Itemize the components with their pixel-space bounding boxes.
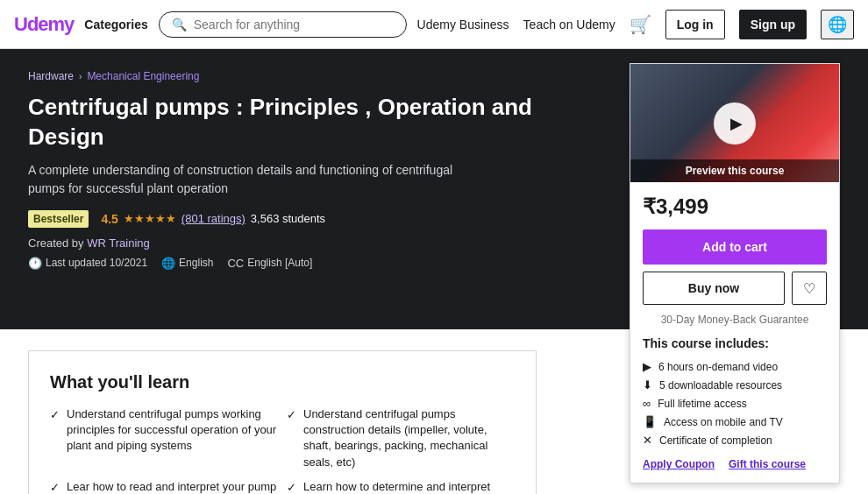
includes-item-0: 6 hours on-demand video bbox=[658, 361, 778, 373]
globe-icon: 🌐 bbox=[161, 257, 175, 270]
play-button[interactable]: ▶ bbox=[714, 102, 756, 145]
course-subtitle: A complete understanding of construction… bbox=[28, 161, 466, 198]
rating-number: 4.5 bbox=[101, 212, 117, 226]
preview-card: ▶ Preview this course ₹3,499 Add to cart… bbox=[630, 63, 840, 483]
buy-now-button[interactable]: Buy now bbox=[643, 272, 785, 305]
teach-on-udemy-link[interactable]: Teach on Udemy bbox=[523, 18, 615, 32]
includes-item-2: Full lifetime access bbox=[658, 398, 746, 410]
certificate-icon: ✕ bbox=[643, 434, 652, 447]
language-text: English bbox=[179, 257, 213, 269]
download-icon: ⬇ bbox=[643, 378, 652, 392]
list-item: ∞ Full lifetime access bbox=[643, 394, 827, 413]
apply-coupon-link[interactable]: Apply Coupon bbox=[643, 458, 715, 470]
course-price: ₹3,499 bbox=[643, 194, 827, 219]
language-globe-icon[interactable]: 🌐 bbox=[821, 10, 854, 39]
rating-row: Bestseller 4.5 ★★★★★ (801 ratings) 3,563… bbox=[28, 210, 537, 228]
card-action-links: Apply Coupon Gift this course bbox=[643, 458, 827, 470]
learn-item-text-5: Learn how to determine and interpret you… bbox=[303, 479, 515, 494]
breadcrumb-separator: › bbox=[79, 72, 82, 81]
play-icon: ▶ bbox=[730, 114, 743, 133]
learn-item: ✓ Learn how to determine and interpret y… bbox=[287, 479, 515, 494]
breadcrumb: Hardware › Mechanical Engineering bbox=[28, 70, 537, 82]
learn-item: ✓ Lear how to read and interpret your pu… bbox=[50, 479, 278, 494]
meta-row: 🕐 Last updated 10/2021 🌐 English CC Engl… bbox=[28, 257, 537, 270]
captions-meta: CC English [Auto] bbox=[227, 257, 312, 270]
check-icon: ✓ bbox=[287, 407, 296, 423]
includes-title: This course includes: bbox=[643, 336, 827, 350]
includes-item-3: Access on mobile and TV bbox=[664, 416, 783, 428]
includes-list: ▶ 6 hours on-demand video ⬇ 5 downloadab… bbox=[643, 357, 827, 449]
preview-label: Preview this course bbox=[630, 159, 839, 182]
video-icon: ▶ bbox=[643, 360, 651, 373]
captions-icon: CC bbox=[227, 257, 244, 270]
learn-item-text-0: Understand centrifugal pumps working pri… bbox=[67, 406, 278, 455]
buy-row: Buy now ♡ bbox=[643, 272, 827, 305]
hero-content: Hardware › Mechanical Engineering Centri… bbox=[28, 70, 537, 305]
cart-icon[interactable]: 🛒 bbox=[630, 14, 651, 35]
signup-button[interactable]: Sign up bbox=[739, 10, 807, 39]
breadcrumb-hardware[interactable]: Hardware bbox=[28, 70, 74, 82]
learn-item-text-1: Lear how to read and interpret your pump… bbox=[67, 479, 278, 494]
bestseller-badge: Bestseller bbox=[28, 210, 89, 228]
learn-grid: ✓ Understand centrifugal pumps working p… bbox=[50, 406, 515, 494]
add-to-cart-button[interactable]: Add to cart bbox=[643, 229, 827, 265]
check-icon: ✓ bbox=[287, 480, 296, 494]
hero-section: Hardware › Mechanical Engineering Centri… bbox=[0, 49, 868, 329]
includes-item-4: Certificate of completion bbox=[659, 434, 772, 447]
last-updated-text: Last updated 10/2021 bbox=[46, 257, 147, 269]
check-icon: ✓ bbox=[50, 480, 60, 494]
course-thumbnail[interactable]: ▶ Preview this course bbox=[630, 64, 839, 182]
categories-button[interactable]: Categories bbox=[84, 18, 147, 32]
captions-text: English [Auto] bbox=[247, 257, 312, 269]
gift-course-link[interactable]: Gift this course bbox=[729, 458, 806, 470]
student-count: 3,563 students bbox=[251, 212, 325, 225]
list-item: ✕ Certificate of completion bbox=[643, 431, 827, 449]
header: Udemy Categories 🔍 Udemy Business Teach … bbox=[0, 0, 868, 49]
course-title: Centrifugal pumps : Principles , Operati… bbox=[28, 93, 537, 152]
breadcrumb-mechanical-engineering[interactable]: Mechanical Engineering bbox=[87, 70, 199, 82]
created-by-label: Created by bbox=[28, 236, 84, 250]
wishlist-button[interactable]: ♡ bbox=[792, 272, 827, 305]
money-back-guarantee: 30-Day Money-Back Guarantee bbox=[643, 314, 827, 326]
star-rating: ★★★★★ bbox=[124, 212, 176, 225]
clock-icon: 🕐 bbox=[28, 257, 42, 270]
card-body: ₹3,499 Add to cart Buy now ♡ 30-Day Mone… bbox=[630, 182, 839, 483]
list-item: ⬇ 5 downloadable resources bbox=[643, 376, 827, 394]
instructor-link[interactable]: WR Training bbox=[87, 236, 150, 250]
includes-item-1: 5 downloadable resources bbox=[659, 379, 782, 392]
last-updated: 🕐 Last updated 10/2021 bbox=[28, 257, 147, 270]
rating-count[interactable]: (801 ratings) bbox=[181, 212, 245, 225]
search-icon: 🔍 bbox=[172, 18, 187, 32]
heart-icon: ♡ bbox=[803, 280, 815, 297]
learn-item: ✓ Understand centrifugal pumps construct… bbox=[287, 406, 515, 470]
search-input[interactable] bbox=[194, 18, 394, 32]
header-right: Udemy Business Teach on Udemy 🛒 Log in S… bbox=[417, 10, 854, 39]
language-meta: 🌐 English bbox=[161, 257, 213, 270]
udemy-business-link[interactable]: Udemy Business bbox=[417, 18, 509, 32]
check-icon: ✓ bbox=[50, 407, 60, 423]
list-item: ▶ 6 hours on-demand video bbox=[643, 357, 827, 376]
learn-item-text-4: Understand centrifugal pumps constructio… bbox=[303, 406, 515, 470]
learn-box: What you'll learn ✓ Understand centrifug… bbox=[28, 350, 537, 494]
udemy-logo: Udemy bbox=[14, 13, 74, 36]
infinity-icon: ∞ bbox=[643, 397, 651, 410]
login-button[interactable]: Log in bbox=[665, 10, 725, 39]
search-bar: 🔍 bbox=[159, 11, 407, 38]
learn-title: What you'll learn bbox=[50, 372, 515, 392]
list-item: 📱 Access on mobile and TV bbox=[643, 413, 827, 431]
learn-item: ✓ Understand centrifugal pumps working p… bbox=[50, 406, 278, 470]
mobile-icon: 📱 bbox=[643, 415, 657, 428]
created-by-row: Created by WR Training bbox=[28, 236, 537, 250]
